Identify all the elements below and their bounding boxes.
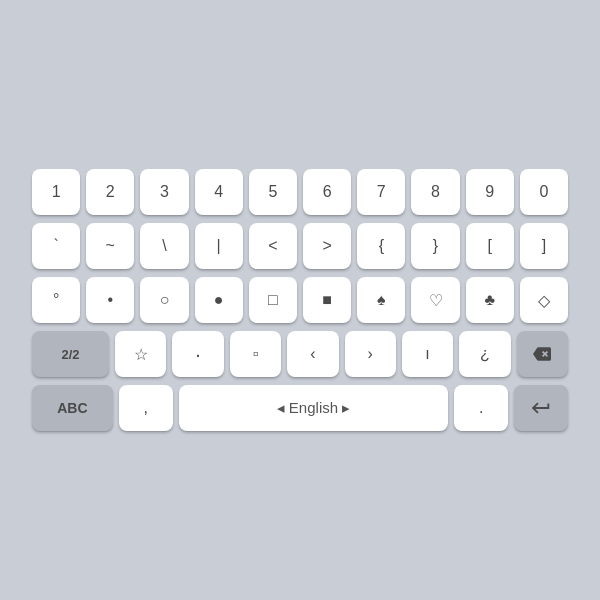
key-middot[interactable]: · [172,331,223,377]
key-circle[interactable]: ○ [140,277,188,323]
key-2[interactable]: 2 [86,169,134,215]
key-dotless-i[interactable]: ı [402,331,453,377]
key-square[interactable]: □ [249,277,297,323]
backspace-icon [533,345,551,363]
row-symbols2: ° • ○ ● □ ■ ♠ ♡ ♣ ◇ [32,277,568,323]
key-rbrace[interactable]: } [411,223,459,269]
key-backslash[interactable]: \ [140,223,188,269]
key-5[interactable]: 5 [249,169,297,215]
key-pipe[interactable]: | [195,223,243,269]
key-gt[interactable]: > [303,223,351,269]
key-0[interactable]: 0 [520,169,568,215]
key-backspace[interactable] [517,331,568,377]
key-diamond[interactable]: ◇ [520,277,568,323]
key-comma[interactable]: , [119,385,173,431]
key-7[interactable]: 7 [357,169,405,215]
key-8[interactable]: 8 [411,169,459,215]
row-numbers: 1 2 3 4 5 6 7 8 9 0 [32,169,568,215]
key-heart[interactable]: ♡ [411,277,459,323]
row-symbols1: ` ~ \ | < > { } [ ] [32,223,568,269]
keyboard: 1 2 3 4 5 6 7 8 9 0 ` ~ \ | < > { } [ ] … [20,153,580,447]
key-4[interactable]: 4 [195,169,243,215]
key-club[interactable]: ♣ [466,277,514,323]
key-rbracket[interactable]: ] [520,223,568,269]
key-bullet[interactable]: • [86,277,134,323]
key-backtick[interactable]: ` [32,223,80,269]
key-enter[interactable] [514,385,568,431]
key-abc[interactable]: ABC [32,385,113,431]
key-filled-square[interactable]: ■ [303,277,351,323]
key-rangle[interactable]: › [345,331,396,377]
key-lt[interactable]: < [249,223,297,269]
key-6[interactable]: 6 [303,169,351,215]
key-3[interactable]: 3 [140,169,188,215]
key-langle[interactable]: ‹ [287,331,338,377]
key-page[interactable]: 2/2 [32,331,109,377]
key-inv-question[interactable]: ¿ [459,331,510,377]
row-bottom: ABC , ◂ English ▸ . [32,385,568,431]
key-filled-circle[interactable]: ● [195,277,243,323]
key-period[interactable]: . [454,385,508,431]
key-star[interactable]: ☆ [115,331,166,377]
key-degree[interactable]: ° [32,277,80,323]
key-1[interactable]: 1 [32,169,80,215]
key-9[interactable]: 9 [466,169,514,215]
key-english[interactable]: ◂ English ▸ [179,385,448,431]
key-sm-square[interactable]: ▫ [230,331,281,377]
enter-icon [530,397,552,419]
row-symbols3: 2/2 ☆ · ▫ ‹ › ı ¿ [32,331,568,377]
key-lbracket[interactable]: [ [466,223,514,269]
key-spade[interactable]: ♠ [357,277,405,323]
key-lbrace[interactable]: { [357,223,405,269]
key-tilde[interactable]: ~ [86,223,134,269]
